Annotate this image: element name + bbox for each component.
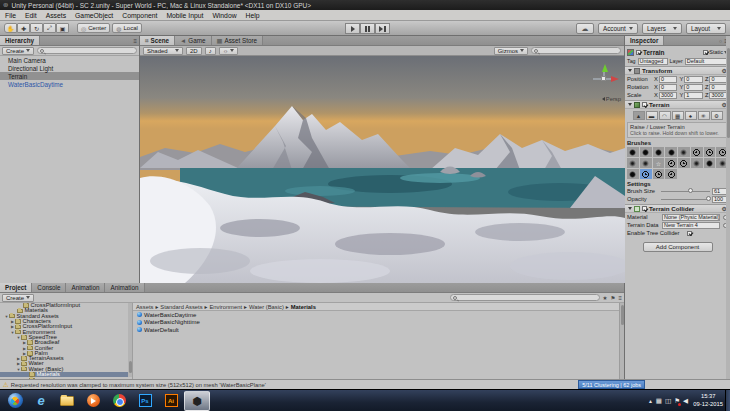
terrain-component-header[interactable]: Terrain ⚙	[625, 100, 730, 109]
position-y-field[interactable]: 0	[684, 76, 703, 83]
project-search-input[interactable]	[450, 294, 600, 301]
asset-waterbasicdaytime[interactable]: WaterBasicDaytime	[133, 311, 619, 319]
brush-swatch-selected[interactable]	[640, 169, 652, 179]
rotate-tool-button[interactable]: ↻	[30, 23, 43, 33]
shading-mode-dropdown[interactable]: Shaded	[143, 47, 183, 55]
unity-taskbar-button[interactable]: ⬢	[184, 391, 210, 411]
brush-swatch[interactable]	[665, 158, 677, 168]
tab-hierarchy[interactable]: Hierarchy	[0, 36, 40, 45]
terrain-settings-tool[interactable]: ⚙	[711, 111, 723, 120]
scale-tool-button[interactable]: ⤢	[43, 23, 56, 33]
brush-swatch[interactable]	[678, 158, 690, 168]
menu-item-edit[interactable]: Edit	[25, 12, 37, 19]
audio-toggle-button[interactable]: ♪	[205, 47, 216, 55]
terrain-enabled-checkbox[interactable]	[642, 102, 647, 107]
volume-icon[interactable]: ◀	[683, 397, 688, 405]
brush-swatch[interactable]	[678, 147, 690, 157]
layout-dropdown[interactable]: Layout	[686, 23, 726, 34]
inspector-lock-icon[interactable]: ○	[719, 38, 722, 44]
rotation-x-field[interactable]: 0	[659, 84, 678, 91]
tree-collider-checkbox[interactable]	[687, 231, 692, 236]
tab-inspector[interactable]: Inspector	[625, 36, 664, 45]
brush-swatch[interactable]	[665, 169, 677, 179]
scene-viewport[interactable]: Persp	[140, 56, 625, 283]
terrain-collider-component-header[interactable]: Terrain Collider ⚙	[625, 204, 730, 213]
brush-swatch[interactable]	[704, 147, 716, 157]
status-message[interactable]: Requested resolution was clamped to maxi…	[11, 382, 266, 388]
transform-component-header[interactable]: Transform ⚙	[625, 66, 730, 75]
project-create-button[interactable]: Create	[2, 294, 34, 302]
tab-scene[interactable]: ⌗Scene	[140, 36, 175, 45]
object-name[interactable]: Terrain	[643, 49, 665, 56]
search-by-label-icon[interactable]: ⚑	[611, 295, 616, 301]
static-checkbox[interactable]	[703, 50, 708, 55]
paint-details-tool[interactable]: ✳	[698, 111, 710, 120]
hand-tool-button[interactable]: ✋	[4, 23, 17, 33]
scale-x-field[interactable]: 3000	[659, 92, 678, 99]
tab-asset-store[interactable]: ▦Asset Store	[212, 36, 264, 45]
brush-size-slider[interactable]	[661, 191, 710, 192]
hierarchy-create-button[interactable]: Create	[2, 47, 34, 55]
scale-y-field[interactable]: 1	[684, 92, 703, 99]
breadcrumb-standard-assets[interactable]: Standard Assets	[160, 304, 202, 310]
brush-swatch[interactable]	[653, 169, 665, 179]
internet-explorer-button[interactable]: e	[28, 391, 54, 411]
collider-enabled-checkbox[interactable]	[642, 206, 647, 211]
brush-swatch[interactable]	[665, 147, 677, 157]
tag-dropdown[interactable]: Untagged	[638, 58, 668, 65]
material-object-field[interactable]: None (Physic Material)	[662, 214, 720, 221]
move-tool-button[interactable]: ✚	[17, 23, 30, 33]
panel-menu-icon[interactable]: ≡	[133, 38, 137, 44]
brush-swatch[interactable]	[653, 158, 665, 168]
tray-grid-icon[interactable]: ▦	[656, 397, 662, 405]
position-x-field[interactable]: 0	[659, 76, 678, 83]
tab-project[interactable]: Project	[0, 283, 32, 292]
brush-swatch[interactable]	[653, 147, 665, 157]
place-trees-tool[interactable]: ♠	[685, 111, 697, 120]
brush-swatch[interactable]	[640, 158, 652, 168]
scene-search-input[interactable]	[531, 47, 621, 54]
breadcrumb-environment[interactable]: Environment	[209, 304, 242, 310]
menu-item-component[interactable]: Component	[122, 12, 157, 19]
lightmapping-progress[interactable]: 5/11 Clustering | 62 jobs	[578, 380, 645, 389]
hierarchy-item-waterbasicdaytime[interactable]: WaterBasicDaytime	[0, 80, 139, 88]
media-player-button[interactable]	[80, 391, 106, 411]
add-component-button[interactable]: Add Component	[643, 242, 713, 252]
paint-texture-tool[interactable]: ▦	[672, 111, 684, 120]
menu-item-gameobject[interactable]: GameObject	[75, 12, 113, 19]
tray-display-icon[interactable]: ◫	[665, 397, 671, 405]
smooth-height-tool[interactable]: ◠	[659, 111, 671, 120]
taskbar-clock[interactable]: 15:37 09-12-2015	[693, 392, 723, 408]
tab-game[interactable]: ◄Game	[175, 36, 211, 45]
menu-item-file[interactable]: File	[5, 12, 16, 19]
paint-height-tool[interactable]: ▬	[646, 111, 658, 120]
asset-waterdefault[interactable]: WaterDefault	[133, 326, 619, 334]
gizmos-dropdown[interactable]: Gizmos	[494, 47, 528, 55]
active-checkbox[interactable]	[636, 50, 641, 55]
effects-toggle-button[interactable]: ☼	[219, 47, 239, 55]
start-button[interactable]	[2, 391, 28, 411]
account-dropdown[interactable]: Account	[598, 23, 638, 34]
brush-swatch[interactable]	[691, 158, 703, 168]
opacity-slider[interactable]	[661, 199, 710, 200]
hierarchy-item-main-camera[interactable]: Main Camera	[0, 56, 139, 64]
breadcrumb-assets[interactable]: Assets	[136, 304, 153, 310]
illustrator-button[interactable]: Ai	[158, 391, 184, 411]
raise-lower-terrain-tool[interactable]: ▲	[633, 111, 645, 120]
brush-swatch[interactable]	[704, 158, 716, 168]
scene-orientation-gizmo[interactable]	[589, 64, 619, 94]
search-by-type-icon[interactable]: ★	[603, 295, 608, 301]
project-menu-icon[interactable]: ≡	[618, 295, 622, 301]
pivot-toggle-button[interactable]: ◎Center	[77, 23, 110, 33]
brush-swatch[interactable]	[627, 169, 639, 179]
rect-tool-button[interactable]: ▣	[56, 23, 69, 33]
hidden-icons-arrow-icon[interactable]: ▲	[648, 398, 653, 404]
menu-item-window[interactable]: Window	[212, 12, 236, 19]
menu-item-help[interactable]: Help	[246, 12, 260, 19]
chrome-button[interactable]	[106, 391, 132, 411]
play-button[interactable]	[345, 23, 360, 34]
show-desktop-button[interactable]	[725, 390, 730, 411]
breadcrumb-current[interactable]: Materials	[291, 304, 316, 310]
2d-toggle-button[interactable]: 2D	[186, 47, 202, 55]
brush-swatch[interactable]	[640, 147, 652, 157]
